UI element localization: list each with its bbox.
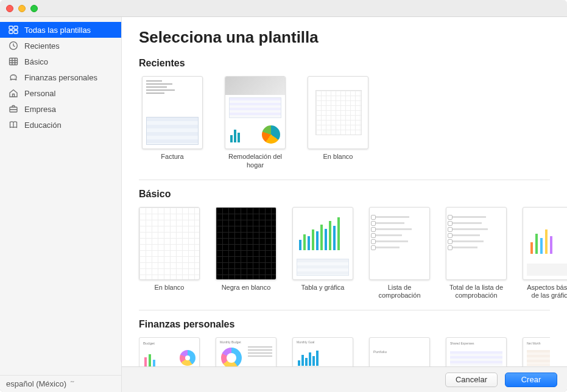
briefcase-icon bbox=[9, 104, 18, 114]
window-controls bbox=[6, 5, 38, 12]
template-item[interactable]: Monthly Budget bbox=[216, 337, 276, 366]
template-item[interactable]: Monthly Goal bbox=[292, 337, 353, 366]
grid-icon bbox=[9, 25, 18, 35]
template-grid: En blanco Negra en blanco bbox=[139, 207, 550, 304]
template-item-checklist-total[interactable]: Total de la lista de comprobación bbox=[446, 207, 507, 301]
clock-icon bbox=[9, 41, 18, 51]
template-label: Aspectos básicos de las gráficas bbox=[523, 284, 567, 301]
template-item[interactable]: Net Worth bbox=[523, 337, 550, 366]
chevron-up-down-icon: ˄˅ bbox=[70, 381, 74, 387]
template-label: En blanco bbox=[323, 153, 353, 161]
language-picker[interactable]: español (México) ˄˅ bbox=[0, 375, 121, 392]
template-item-blank[interactable]: En blanco bbox=[305, 76, 372, 170]
template-thumbnail: Monthly Goal bbox=[292, 337, 353, 366]
house-icon bbox=[9, 88, 18, 98]
close-icon[interactable] bbox=[6, 5, 13, 12]
template-scroll-area[interactable]: Selecciona una plantilla Recientes Factu… bbox=[122, 17, 567, 366]
template-label: Lista de comprobación bbox=[369, 284, 430, 301]
minimize-icon[interactable] bbox=[18, 5, 26, 12]
section-personal-finance: Finanzas personales Budget bbox=[139, 319, 550, 366]
svg-rect-1 bbox=[14, 26, 18, 29]
sidebar-item-label: Básico bbox=[24, 57, 48, 66]
titlebar bbox=[0, 0, 567, 17]
template-thumbnail bbox=[369, 207, 430, 280]
section-divider bbox=[139, 180, 550, 180]
template-thumbnail bbox=[523, 207, 567, 280]
section-basic: Básico En blanco Negra en blanco bbox=[139, 189, 550, 304]
template-thumbnail: Portfolio bbox=[369, 337, 430, 366]
template-grid: Budget Monthly Budget bbox=[139, 337, 550, 366]
sidebar-item-personal[interactable]: Personal bbox=[0, 85, 121, 101]
template-label: Total de la lista de comprobación bbox=[446, 284, 507, 301]
sidebar-item-personal-finance[interactable]: Finanzas personales bbox=[0, 69, 121, 85]
sidebar: Todas las plantillas Recientes Básico bbox=[0, 17, 122, 392]
cancel-button[interactable]: Cancelar bbox=[445, 373, 498, 387]
template-thumbnail: Shared Expenses bbox=[446, 337, 507, 366]
template-thumbnail bbox=[139, 207, 200, 280]
svg-rect-0 bbox=[9, 26, 13, 29]
template-thumbnail bbox=[225, 76, 286, 149]
main-panel: Selecciona una plantilla Recientes Factu… bbox=[122, 17, 567, 392]
sidebar-item-label: Finanzas personales bbox=[24, 73, 97, 82]
zoom-icon[interactable] bbox=[30, 5, 38, 12]
template-chooser-window: Todas las plantillas Recientes Básico bbox=[0, 0, 567, 392]
template-item[interactable]: Portfolio bbox=[369, 337, 430, 366]
template-label: En blanco bbox=[155, 284, 185, 292]
window-body: Todas las plantillas Recientes Básico bbox=[0, 17, 567, 392]
template-label: Negra en blanco bbox=[222, 284, 271, 292]
template-thumbnail bbox=[292, 207, 353, 280]
svg-rect-2 bbox=[9, 30, 13, 33]
template-thumbnail bbox=[142, 76, 203, 149]
template-item-remodelacion[interactable]: Remodelación del hogar bbox=[222, 76, 289, 170]
sidebar-item-basic[interactable]: Básico bbox=[0, 54, 121, 69]
template-item-factura[interactable]: Factura bbox=[139, 76, 206, 170]
section-title: Básico bbox=[139, 189, 550, 200]
footer-bar: Cancelar Crear bbox=[122, 366, 567, 392]
template-item[interactable]: Shared Expenses bbox=[446, 337, 507, 366]
language-label: español (México) bbox=[6, 379, 66, 388]
svg-rect-3 bbox=[14, 30, 18, 33]
svg-point-6 bbox=[15, 76, 15, 77]
template-item-blank[interactable]: En blanco bbox=[139, 207, 200, 301]
template-thumbnail: Monthly Budget bbox=[216, 337, 276, 366]
sidebar-item-education[interactable]: Educación bbox=[0, 117, 121, 133]
template-item-blank-dark[interactable]: Negra en blanco bbox=[216, 207, 276, 301]
sidebar-item-label: Recientes bbox=[24, 41, 60, 51]
template-thumbnail: Net Worth bbox=[523, 337, 550, 366]
section-title: Recientes bbox=[139, 58, 550, 69]
svg-rect-5 bbox=[10, 58, 18, 65]
template-item[interactable]: Budget bbox=[139, 337, 200, 366]
table-icon bbox=[9, 57, 18, 66]
template-thumbnail bbox=[446, 207, 507, 280]
sidebar-item-label: Educación bbox=[24, 121, 62, 130]
piggy-icon bbox=[9, 72, 18, 82]
create-button[interactable]: Crear bbox=[505, 373, 557, 387]
template-item-table-chart[interactable]: Tabla y gráfica bbox=[292, 207, 353, 301]
template-label: Remodelación del hogar bbox=[222, 153, 289, 170]
template-label: Tabla y gráfica bbox=[301, 284, 345, 292]
template-thumbnail bbox=[216, 207, 276, 280]
template-item-chart-basics[interactable]: Aspectos básicos de las gráficas bbox=[523, 207, 567, 301]
template-label: Factura bbox=[161, 153, 183, 161]
sidebar-item-business[interactable]: Empresa bbox=[0, 101, 121, 117]
page-title: Selecciona una plantilla bbox=[139, 28, 550, 47]
template-grid: Factura Remodelación del bbox=[139, 76, 550, 173]
section-title: Finanzas personales bbox=[139, 319, 550, 330]
sidebar-item-recents[interactable]: Recientes bbox=[0, 38, 121, 54]
sidebar-item-label: Empresa bbox=[24, 105, 56, 114]
template-item-checklist[interactable]: Lista de comprobación bbox=[369, 207, 430, 301]
sidebar-item-all-templates[interactable]: Todas las plantillas bbox=[0, 22, 121, 38]
template-thumbnail: Budget bbox=[139, 337, 200, 366]
section-divider bbox=[139, 310, 550, 310]
template-thumbnail bbox=[308, 76, 368, 149]
book-icon bbox=[9, 120, 18, 130]
sidebar-list: Todas las plantillas Recientes Básico bbox=[0, 17, 121, 375]
sidebar-item-label: Personal bbox=[24, 89, 55, 98]
sidebar-item-label: Todas las plantillas bbox=[24, 26, 91, 35]
section-recents: Recientes Factura bbox=[139, 58, 550, 173]
